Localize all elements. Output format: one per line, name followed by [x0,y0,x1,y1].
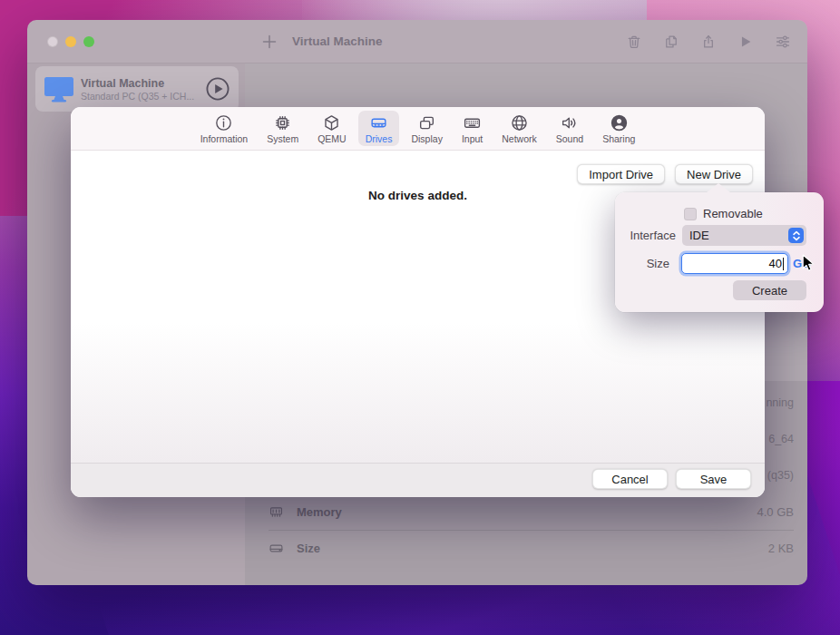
play-icon[interactable] [737,34,754,50]
config-tab-bar: Information System QEMU [71,107,765,151]
trash-icon[interactable] [626,34,642,50]
toolbar [626,34,791,50]
zoom-button[interactable] [83,36,94,47]
desktop: Virtual Machine [0,0,840,635]
minimize-button[interactable] [65,36,76,47]
window-title: Virtual Machine [292,34,383,48]
size-input-value: 40 [769,257,782,270]
new-drive-button[interactable]: New Drive [675,164,753,184]
titlebar: Virtual Machine [27,20,807,64]
tab-network[interactable]: Network [494,111,544,146]
info-circle-icon [214,113,233,132]
size-label: Size [297,542,320,555]
memory-row: Memory 4.0 GB [269,503,794,521]
memory-value: 4.0 GB [757,505,794,519]
cube-icon [322,113,341,132]
removable-label: Removable [703,207,763,220]
tab-information[interactable]: Information [193,111,256,146]
external-drive-icon [369,113,388,132]
tab-display[interactable]: Display [404,111,449,146]
globe-icon [510,113,529,132]
machine-value-partial: (q35) [767,469,794,484]
size-input[interactable]: 40 [681,253,788,274]
memory-chip-icon [269,504,284,520]
architecture-value-partial: 6_64 [768,433,794,447]
tab-system[interactable]: System [259,111,306,146]
new-drive-popover: Removable Interface IDE Size 40 GB Creat… [615,192,824,312]
keyboard-icon [463,113,482,132]
interface-selected-value: IDE [689,229,709,242]
tab-input[interactable]: Input [454,111,490,146]
create-button[interactable]: Create [733,280,806,300]
tab-sharing[interactable]: Sharing [595,111,642,146]
sidebar-item-virtual-machine[interactable]: Virtual Machine Standard PC (Q35 + ICH..… [35,66,239,112]
duplicate-icon[interactable] [663,34,679,50]
filters-sliders-icon[interactable] [775,34,791,50]
import-drive-button[interactable]: Import Drive [577,164,665,184]
cancel-button[interactable]: Cancel [592,469,668,489]
select-stepper-icon[interactable] [788,228,804,243]
tab-qemu[interactable]: QEMU [310,111,354,146]
cpu-chip-icon [273,113,292,132]
sheet-footer: Cancel Save [71,463,765,497]
save-button[interactable]: Save [676,469,751,489]
removable-checkbox[interactable] [684,208,697,220]
vm-name: Virtual Machine [81,77,205,90]
person-circle-icon [610,113,629,132]
status-value-partial: nning [766,396,794,411]
size-row: Size 2 KB [269,539,794,557]
vm-subtitle: Standard PC (Q35 + ICH... [81,91,205,102]
internal-drive-icon [269,541,284,556]
interface-label: Interface [615,229,676,242]
tab-drives[interactable]: Drives [358,111,400,146]
displays-icon [417,113,436,132]
monitor-icon [44,75,74,103]
size-value: 2 KB [768,542,794,555]
traffic-lights [47,36,94,47]
tab-sound[interactable]: Sound [549,111,591,146]
add-vm-icon[interactable] [261,34,278,50]
memory-label: Memory [297,505,342,519]
share-icon[interactable] [700,34,717,50]
popover-arrow [707,183,730,192]
speaker-icon [560,113,579,132]
mouse-cursor [802,254,816,273]
close-button[interactable] [47,36,58,47]
size-label: Size [615,257,669,270]
text-caret [783,258,784,270]
interface-select[interactable]: IDE [682,225,806,246]
vm-play-button[interactable] [205,76,230,102]
